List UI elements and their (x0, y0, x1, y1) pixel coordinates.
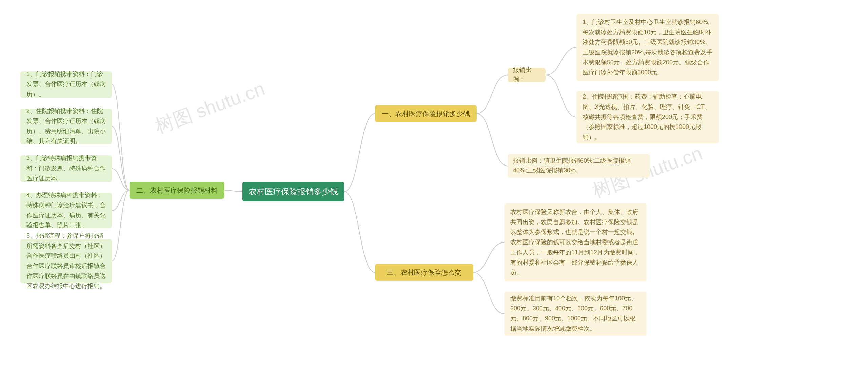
branch-2-leaf-1: 1、门诊报销携带资料：门诊发票、合作医疗证历本（或病历）。 (20, 71, 112, 98)
branch-2[interactable]: 二、农村医疗保险报销材料 (130, 182, 224, 199)
branch-2-leaf-3: 3、门诊特殊病报销携带资料：门诊发票、特殊病种合作医疗证历本。 (20, 155, 112, 182)
branch-2-leaf-5: 5、报销流程：参保户将报销所需资料备齐后交村（社区）合作医疗联络员由村（社区）合… (20, 239, 112, 283)
branch-1-leaf-3: 报销比例：镇卫生院报销60%;二级医院报销40%;三级医院报销30%. (508, 154, 650, 178)
mindmap-root[interactable]: 农村医疗保险报销多少钱 (242, 182, 344, 201)
branch-2-leaf-2: 2、住院报销携带资料：住院发票、合作医疗证历本（或病历）、费用明细清单、出院小结… (20, 109, 112, 144)
watermark: 树图 shutu.cn (152, 76, 269, 139)
branch-3-leaf-2: 缴费标准目前有10个档次，依次为每年100元、200元、300元、400元、50… (504, 292, 647, 336)
branch-2-leaf-4: 4、办理特殊病种携带资料：特殊病种门诊治疗建议书，合作医疗证历本、病历、有关化验… (20, 193, 112, 228)
branch-1-ratio-label[interactable]: 报销比例： (508, 68, 546, 82)
branch-3-leaf-1: 农村医疗保险又称新农合，由个人、集体、政府共同出资，农民自愿参加。农村医疗保险交… (504, 203, 647, 281)
branch-1-leaf-2: 2、住院报销范围：药费：辅助检查：心脑电图、X光透视、拍片、化验、理疗、针灸、C… (576, 91, 719, 143)
branch-1-leaf-1: 1、门诊村卫生室及村中心卫生室就诊报销60%,每次就诊处方药费限额10元，卫生院… (576, 14, 719, 81)
branch-3[interactable]: 三、农村医疗保险怎么交 (375, 264, 473, 281)
branch-1[interactable]: 一、农村医疗保险报销多少钱 (375, 105, 477, 122)
